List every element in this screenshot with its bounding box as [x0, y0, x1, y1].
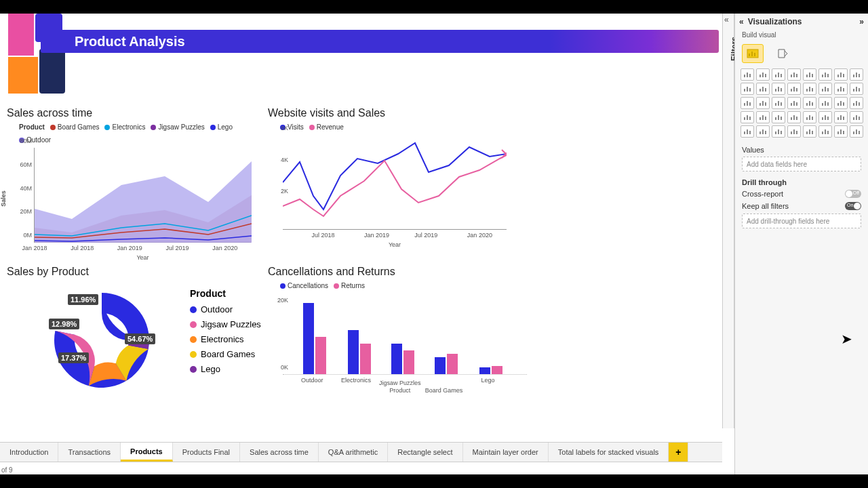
stacked-bar-icon[interactable]	[741, 68, 754, 81]
tab-sales-across-time[interactable]: Sales across time	[240, 443, 319, 462]
matrix-icon[interactable]	[741, 111, 754, 123]
visualizations-pane: « Visualizations » Build visual Values A…	[734, 14, 868, 474]
chart-cancellations-returns[interactable]: Cancellations and Returns Cancellations …	[268, 266, 539, 375]
visual-icon[interactable]	[818, 125, 832, 138]
arcgis-icon[interactable]	[772, 125, 785, 138]
page-tabs: IntroductionTransactionsProductsProducts…	[0, 442, 722, 462]
pie-icon[interactable]	[803, 83, 816, 95]
expand-filters-icon[interactable]: «	[724, 15, 729, 24]
multi-card-icon[interactable]	[803, 97, 816, 109]
chart-legend: Product Outdoor Jigsaw Puzzles Electroni…	[190, 286, 261, 377]
svg-rect-74	[837, 103, 839, 106]
cross-report-label: Cross-report	[742, 190, 783, 198]
stacked-column-icon[interactable]	[772, 68, 785, 81]
chart-sales-across-time[interactable]: Sales across time Product Board Games El…	[7, 107, 258, 243]
add-page-button[interactable]: +	[669, 443, 688, 462]
svg-rect-88	[781, 117, 782, 120]
svg-rect-80	[744, 117, 745, 120]
svg-rect-15	[778, 73, 779, 77]
table-icon[interactable]	[850, 97, 863, 109]
tab-maintain-layer-order[interactable]: Maintain layer order	[463, 443, 549, 462]
drill-through-label: Drill through	[735, 173, 868, 188]
svg-rect-70	[812, 102, 813, 106]
scatter-icon[interactable]	[787, 83, 801, 95]
svg-rect-44	[806, 89, 808, 92]
tab-products-final[interactable]: Products Final	[173, 443, 240, 462]
svg-rect-37	[765, 88, 766, 92]
svg-rect-58	[749, 102, 751, 106]
clustered-column-icon[interactable]	[787, 68, 801, 81]
report-canvas[interactable]: Product Analysis Sales across time Produ…	[0, 14, 722, 441]
decomp-tree-icon[interactable]	[803, 111, 816, 123]
values-field-well[interactable]: Add data fields here	[742, 157, 861, 171]
ribbon-icon[interactable]	[741, 83, 754, 95]
line-clustered-icon[interactable]	[850, 68, 863, 81]
cross-report-toggle[interactable]: Off	[845, 190, 861, 198]
power-automate put-icon[interactable]	[756, 125, 770, 138]
collapse-visualizations-icon[interactable]: «	[739, 17, 744, 26]
svg-rect-33	[747, 87, 748, 92]
tab-q-a-arithmetic[interactable]: Q&A arithmetic	[319, 443, 388, 462]
filters-pane-collapsed[interactable]: « Filters	[722, 14, 734, 428]
tab-rectangle-select[interactable]: Rectangle select	[388, 443, 462, 462]
r-visual-icon[interactable]	[756, 111, 770, 123]
expand-visualizations-icon[interactable]: »	[859, 17, 864, 26]
svg-rect-24	[825, 73, 826, 77]
smart-narrative-icon[interactable]	[834, 111, 848, 123]
map-icon[interactable]	[850, 83, 863, 95]
svg-rect-114	[793, 129, 795, 134]
chart-website-visits-sales[interactable]: Website visits and Sales Visits Revenue …	[268, 107, 526, 230]
status-page-indicator: of 9	[1, 466, 13, 474]
tab-total-labels-for-stacked-visuals[interactable]: Total labels for stacked visuals	[549, 443, 669, 462]
key-influencers-icon[interactable]	[787, 111, 801, 123]
svg-rect-46	[812, 88, 813, 92]
visual-icon[interactable]	[834, 125, 848, 138]
funnel-icon[interactable]	[772, 83, 785, 95]
tab-products[interactable]: Products	[121, 443, 173, 462]
svg-rect-79	[859, 102, 860, 106]
slicer-icon[interactable]	[834, 97, 848, 109]
power-apps-icon[interactable]	[741, 125, 754, 138]
py-visual-icon[interactable]	[772, 111, 785, 123]
chart-sales-by-product[interactable]: Sales by Product 11.96% 12.98%	[7, 266, 264, 415]
clustered-bar-icon[interactable]	[756, 68, 770, 81]
svg-rect-93	[809, 115, 810, 120]
svg-rect-84	[762, 115, 764, 120]
svg-rect-106	[749, 131, 751, 134]
build-visual-tab[interactable]	[742, 44, 764, 63]
kpi-icon[interactable]	[818, 97, 832, 109]
area-icon[interactable]	[818, 68, 832, 81]
card-icon[interactable]	[787, 97, 801, 109]
drill-through-field-well[interactable]: Add drill-through fields here	[742, 214, 861, 228]
svg-rect-118	[812, 131, 813, 134]
svg-rect-126	[856, 129, 857, 134]
waterfall-icon[interactable]	[756, 83, 770, 95]
azure-map-icon[interactable]	[756, 97, 770, 109]
chart-legend: Visits Revenue	[280, 123, 526, 131]
stacked-area-icon[interactable]	[834, 68, 848, 81]
visual-icon[interactable]	[803, 125, 816, 138]
visual-icon[interactable]	[850, 125, 863, 138]
line-icon[interactable]	[803, 68, 816, 81]
svg-rect-112	[781, 131, 782, 134]
more-visuals-icon[interactable]	[787, 125, 801, 138]
format-visual-tab[interactable]	[772, 44, 793, 63]
svg-rect-16	[781, 74, 782, 77]
svg-rect-69	[809, 101, 810, 106]
gauge-icon[interactable]	[772, 97, 785, 109]
svg-rect-68	[806, 103, 808, 106]
svg-rect-50	[837, 89, 839, 92]
keep-filters-toggle[interactable]: On	[845, 202, 861, 210]
treemap-icon[interactable]	[834, 83, 848, 95]
donut-icon[interactable]	[818, 83, 832, 95]
paginated-icon[interactable]	[850, 111, 863, 123]
tab-transactions[interactable]: Transactions	[58, 443, 121, 462]
qa-icon[interactable]	[818, 111, 832, 123]
svg-rect-94	[812, 117, 813, 120]
svg-rect-83	[760, 117, 761, 120]
filled-map-icon[interactable]	[741, 97, 754, 109]
svg-rect-125	[853, 131, 854, 134]
pct-label: 17.37%	[58, 352, 89, 363]
tab-introduction[interactable]: Introduction	[0, 443, 58, 462]
svg-rect-119	[822, 131, 823, 134]
